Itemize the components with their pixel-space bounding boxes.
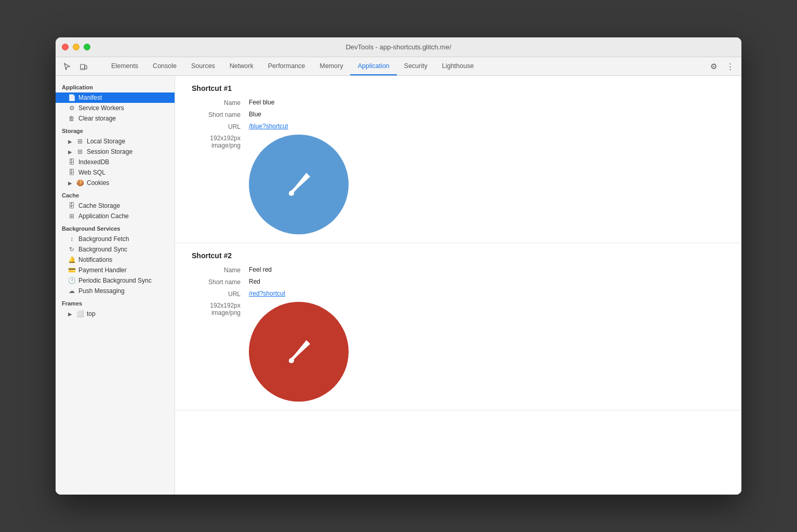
svg-point-4: [289, 358, 294, 363]
url-label-1: URL: [192, 123, 249, 130]
tab-application[interactable]: Application: [350, 57, 396, 75]
service-workers-icon: ⚙: [68, 104, 75, 112]
sidebar: Application 📄 Manifest ⚙ Service Workers…: [56, 76, 175, 495]
expand-top: ▶: [68, 311, 72, 317]
shortcut-1-title: Shortcut #1: [192, 84, 725, 92]
sidebar-item-session-storage[interactable]: ▶ ⊞ Session Storage: [56, 147, 175, 157]
sidebar-item-cookies[interactable]: ▶ 🍪 Cookies: [56, 178, 175, 188]
shortcut-1-section: Shortcut #1 Name Feel blue Short name Bl…: [175, 76, 741, 243]
sidebar-item-manifest[interactable]: 📄 Manifest: [56, 92, 175, 103]
tab-performance[interactable]: Performance: [261, 57, 313, 75]
periodic-background-sync-icon: 🕐: [68, 277, 75, 284]
sidebar-section-application: Application: [56, 80, 175, 92]
tab-sources[interactable]: Sources: [184, 57, 222, 75]
push-messaging-icon: ☁: [68, 287, 75, 295]
shortcut-1-shortname-row: Short name Blue: [192, 111, 725, 118]
cache-storage-icon: 🗄: [68, 202, 75, 209]
tab-lighthouse[interactable]: Lighthouse: [435, 57, 481, 75]
sidebar-section-frames: Frames: [56, 296, 175, 309]
main-content: Shortcut #1 Name Feel blue Short name Bl…: [175, 76, 741, 495]
shortcut-2-url-row: URL /red?shortcut: [192, 290, 725, 298]
sidebar-item-notifications[interactable]: 🔔 Notifications: [56, 255, 175, 265]
sidebar-item-cache-storage[interactable]: 🗄 Cache Storage: [56, 201, 175, 211]
session-storage-icon: ⊞: [76, 148, 84, 155]
devtools-window: DevTools - app-shortcuts.glitch.me/ Elem…: [56, 37, 741, 495]
shortcut-2-dimensions: 192x192px: [192, 302, 241, 309]
tab-elements[interactable]: Elements: [104, 57, 145, 75]
sidebar-item-background-sync[interactable]: ↻ Background Sync: [56, 244, 175, 255]
manifest-icon: 📄: [68, 94, 75, 101]
expand-local-storage: ▶: [68, 139, 72, 144]
cookies-icon: 🍪: [76, 179, 84, 187]
application-cache-icon: ⊞: [68, 212, 75, 220]
background-fetch-icon: ↕: [68, 235, 75, 243]
shortcut-2-shortname-value: Red: [249, 278, 260, 285]
more-icon[interactable]: ⋮: [723, 59, 737, 74]
devtools-toolbar: Elements Console Sources Network Perform…: [56, 57, 741, 76]
short-name-label-2: Short name: [192, 278, 249, 286]
devtools-body: Application 📄 Manifest ⚙ Service Workers…: [56, 76, 741, 495]
shortcut-2-section: Shortcut #2 Name Feel red Short name Red…: [175, 243, 741, 410]
shortcut-1-image-labels: 192x192px image/png: [192, 135, 249, 149]
tab-network[interactable]: Network: [222, 57, 261, 75]
device-icon[interactable]: [76, 59, 91, 74]
sidebar-item-service-workers[interactable]: ⚙ Service Workers: [56, 103, 175, 113]
shortcut-2-name-row: Name Feel red: [192, 266, 725, 274]
shortcut-2-image-labels: 192x192px image/png: [192, 302, 249, 316]
shortcut-2-title: Shortcut #2: [192, 251, 725, 260]
shortcut-1-shortname-value: Blue: [249, 111, 261, 118]
indexeddb-icon: 🗄: [68, 158, 75, 166]
local-storage-icon: ⊞: [76, 138, 84, 145]
payment-handler-icon: 💳: [68, 267, 75, 274]
tab-console[interactable]: Console: [145, 57, 184, 75]
shortcut-2-image-area: 192x192px image/png: [192, 302, 725, 402]
short-name-label-1: Short name: [192, 111, 249, 118]
shortcut-2-url-value[interactable]: /red?shortcut: [249, 290, 285, 297]
shortcut-1-name-value: Feel blue: [249, 99, 274, 106]
maximize-button[interactable]: [84, 44, 90, 50]
sidebar-item-local-storage[interactable]: ▶ ⊞ Local Storage: [56, 136, 175, 147]
expand-session-storage: ▶: [68, 149, 72, 155]
shortcut-2-name-value: Feel red: [249, 266, 272, 273]
sidebar-item-clear-storage[interactable]: 🗑 Clear storage: [56, 113, 175, 124]
web-sql-icon: 🗄: [68, 169, 75, 176]
sidebar-item-push-messaging[interactable]: ☁ Push Messaging: [56, 286, 175, 296]
shortcut-1-url-value[interactable]: /blue?shortcut: [249, 123, 288, 130]
sidebar-item-top[interactable]: ▶ ⬜ top: [56, 309, 175, 319]
svg-rect-1: [85, 65, 87, 69]
notifications-icon: 🔔: [68, 256, 75, 263]
shortcut-2-type: image/png: [192, 309, 241, 316]
toolbar-right: ⚙ ⋮: [706, 57, 737, 75]
sidebar-section-storage: Storage: [56, 124, 175, 136]
tab-memory[interactable]: Memory: [312, 57, 350, 75]
clear-storage-icon: 🗑: [68, 115, 75, 122]
shortcut-2-shortname-row: Short name Red: [192, 278, 725, 286]
window-title: DevTools - app-shortcuts.glitch.me/: [346, 43, 451, 51]
name-label-2: Name: [192, 266, 249, 274]
shortcut-1-image-area: 192x192px image/png: [192, 135, 725, 234]
sidebar-item-web-sql[interactable]: 🗄 Web SQL: [56, 167, 175, 178]
shortcut-1-dimensions: 192x192px: [192, 135, 241, 142]
tab-security[interactable]: Security: [397, 57, 435, 75]
name-label-1: Name: [192, 99, 249, 107]
traffic-lights: [62, 44, 90, 50]
sidebar-item-payment-handler[interactable]: 💳 Payment Handler: [56, 265, 175, 275]
expand-cookies: ▶: [68, 180, 72, 186]
minimize-button[interactable]: [73, 44, 79, 50]
settings-icon[interactable]: ⚙: [706, 59, 721, 74]
close-button[interactable]: [62, 44, 69, 50]
cursor-icon[interactable]: [60, 59, 74, 74]
shortcut-1-icon: [249, 135, 349, 234]
sidebar-item-background-fetch[interactable]: ↕ Background Fetch: [56, 234, 175, 244]
toolbar-left: [60, 57, 98, 75]
background-sync-icon: ↻: [68, 246, 75, 253]
sidebar-item-periodic-background-sync[interactable]: 🕐 Periodic Background Sync: [56, 275, 175, 286]
top-icon: ⬜: [76, 310, 84, 317]
tab-list: Elements Console Sources Network Perform…: [104, 57, 706, 75]
svg-point-3: [289, 191, 294, 196]
shortcut-1-type: image/png: [192, 142, 241, 149]
sidebar-item-application-cache[interactable]: ⊞ Application Cache: [56, 211, 175, 221]
sidebar-item-indexeddb[interactable]: 🗄 IndexedDB: [56, 157, 175, 167]
shortcut-2-icon: [249, 302, 349, 402]
sidebar-section-background-services: Background Services: [56, 221, 175, 234]
